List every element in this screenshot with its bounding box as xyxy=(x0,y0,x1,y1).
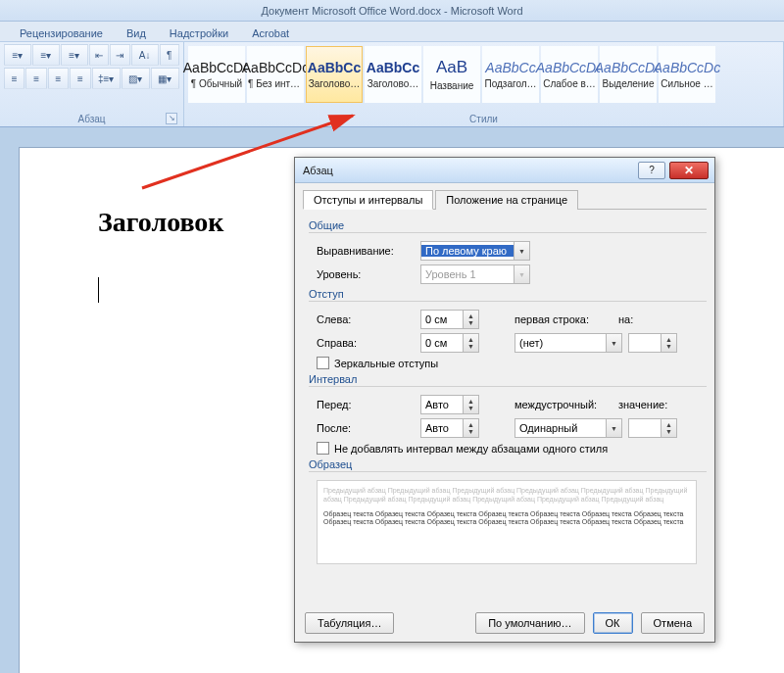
chevron-down-icon: ▼ xyxy=(514,265,529,283)
borders-button[interactable]: ▦▾ xyxy=(151,68,179,89)
style-heading1[interactable]: AaBbCc Заголово… xyxy=(306,46,363,103)
dialog-close-button[interactable]: ✕ xyxy=(669,162,709,179)
line-spacing-button[interactable]: ‡≡▾ xyxy=(92,68,121,89)
firstline-combo[interactable]: (нет) ▼ xyxy=(514,333,622,353)
style-strong[interactable]: AaBbCcDc Сильное … xyxy=(659,46,715,103)
firstline-label: первая строка: xyxy=(514,313,612,325)
multilevel-button[interactable]: ≡▾ xyxy=(61,44,88,66)
checkbox-icon xyxy=(317,442,329,455)
chevron-down-icon: ▼ xyxy=(606,419,621,437)
numbering-button[interactable]: ≡▾ xyxy=(32,44,60,66)
section-general-header: Общие xyxy=(309,219,707,233)
tab-indents[interactable]: Отступы и интервалы xyxy=(303,190,433,210)
spinner-buttons-icon: ▲▼ xyxy=(463,419,478,437)
indent-right-label: Справа: xyxy=(317,337,415,349)
dialog-button-row: Табуляция… По умолчанию… ОК Отмена xyxy=(305,612,705,634)
chevron-down-icon: ▼ xyxy=(606,334,621,352)
spacing-after-label: После: xyxy=(317,422,415,434)
ribbon-group-paragraph: ≡▾ ≡▾ ≡▾ ⇤ ⇥ A↓ ¶ ≡ ≡ ≡ ≡ ‡≡▾ ▨▾ ▦▾ Абза… xyxy=(0,42,184,126)
tabs-button[interactable]: Табуляция… xyxy=(305,612,394,634)
linespacing-combo[interactable]: Одинарный ▼ xyxy=(514,418,622,438)
firstline-by-label: на: xyxy=(618,313,658,325)
dialog-tabstrip: Отступы и интервалы Положение на страниц… xyxy=(303,189,707,210)
tab-position[interactable]: Положение на странице xyxy=(435,190,578,210)
dialog-titlebar[interactable]: Абзац ? ✕ xyxy=(295,158,714,183)
spinner-buttons-icon: ▲▼ xyxy=(463,311,478,328)
align-left-button[interactable]: ≡ xyxy=(4,68,24,89)
alignment-combo[interactable]: По левому краю ▼ xyxy=(420,241,530,261)
spinner-buttons-icon: ▲▼ xyxy=(661,334,676,352)
ribbon-group-styles: AaBbCcDc ¶ Обычный AaBbCcDc ¶ Без инте… … xyxy=(184,42,784,126)
ribbon-tab-view[interactable]: Вид xyxy=(122,25,150,41)
ok-button[interactable]: ОК xyxy=(593,612,633,634)
align-center-button[interactable]: ≡ xyxy=(25,68,46,89)
indent-decrease-button[interactable]: ⇤ xyxy=(89,44,109,66)
text-cursor xyxy=(98,277,99,303)
style-normal[interactable]: AaBbCcDc ¶ Обычный xyxy=(188,46,245,103)
spinner-buttons-icon: ▲▼ xyxy=(661,419,676,437)
style-nospacing[interactable]: AaBbCcDc ¶ Без инте… xyxy=(247,46,304,103)
ribbon: ≡▾ ≡▾ ≡▾ ⇤ ⇥ A↓ ¶ ≡ ≡ ≡ ≡ ‡≡▾ ▨▾ ▦▾ Абза… xyxy=(0,41,784,127)
section-indent-header: Отступ xyxy=(309,288,707,302)
default-button[interactable]: По умолчанию… xyxy=(475,612,584,634)
shading-button[interactable]: ▨▾ xyxy=(122,68,150,89)
section-spacing-header: Интервал xyxy=(309,373,707,387)
sort-button[interactable]: A↓ xyxy=(131,44,159,66)
indent-increase-button[interactable]: ⇥ xyxy=(110,44,129,66)
cancel-button[interactable]: Отмена xyxy=(641,612,705,634)
ribbon-group-styles-label: Стили xyxy=(469,114,498,124)
no-same-style-spacing-checkbox[interactable]: Не добавлять интервал между абзацами одн… xyxy=(317,442,608,455)
dialog-body: Отступы и интервалы Положение на страниц… xyxy=(295,183,714,576)
linespacing-label: междустрочный: xyxy=(514,399,612,410)
bullets-button[interactable]: ≡▾ xyxy=(4,44,31,66)
level-label: Уровень: xyxy=(317,268,415,280)
section-sample-header: Образец xyxy=(309,458,707,472)
style-heading2[interactable]: AaBbCc Заголово… xyxy=(365,46,421,103)
align-right-button[interactable]: ≡ xyxy=(48,68,69,89)
spacing-before-spin[interactable]: Авто ▲▼ xyxy=(420,395,479,414)
ribbon-tab-addins[interactable]: Надстройки xyxy=(166,25,232,41)
linespacing-value-label: значение: xyxy=(618,399,672,410)
align-justify-button[interactable]: ≡ xyxy=(70,68,90,89)
window-title: Документ Microsoft Office Word.docx - Mi… xyxy=(261,5,522,17)
style-subtleemph[interactable]: AaBbCcDc Слабое в… xyxy=(541,46,598,103)
paragraph-dialog: Абзац ? ✕ Отступы и интервалы Положение … xyxy=(294,157,715,643)
sample-preview: Предыдущий абзац Предыдущий абзац Предыд… xyxy=(317,480,697,564)
paragraph-dialog-launcher[interactable]: ↘ xyxy=(166,113,177,124)
style-emphasis[interactable]: AaBbCcDc Выделение xyxy=(600,46,657,103)
show-marks-button[interactable]: ¶ xyxy=(160,44,179,66)
indent-right-spin[interactable]: 0 см ▲▼ xyxy=(420,333,479,353)
linespacing-value-spin[interactable]: ▲▼ xyxy=(628,418,677,438)
dialog-title: Абзац xyxy=(301,165,634,176)
checkbox-icon xyxy=(317,357,329,369)
chevron-down-icon: ▼ xyxy=(514,242,529,260)
indent-left-label: Слева: xyxy=(317,313,415,325)
ribbon-tab-acrobat[interactable]: Acrobat xyxy=(248,25,293,41)
spinner-buttons-icon: ▲▼ xyxy=(463,334,478,352)
spacing-after-spin[interactable]: Авто ▲▼ xyxy=(420,418,479,438)
spinner-buttons-icon: ▲▼ xyxy=(463,396,478,413)
window-titlebar: Документ Microsoft Office Word.docx - Mi… xyxy=(0,0,784,22)
spacing-before-label: Перед: xyxy=(317,399,415,410)
styles-gallery[interactable]: AaBbCcDc ¶ Обычный AaBbCcDc ¶ Без инте… … xyxy=(188,44,779,112)
style-subtitle[interactable]: AaBbCc Подзагол… xyxy=(482,46,539,103)
mirror-indents-checkbox[interactable]: Зеркальные отступы xyxy=(317,357,438,369)
dialog-help-button[interactable]: ? xyxy=(638,162,665,179)
level-combo[interactable]: Уровень 1 ▼ xyxy=(420,264,530,284)
firstline-by-spin[interactable]: ▲▼ xyxy=(628,333,677,353)
ribbon-tab-review[interactable]: Рецензирование xyxy=(16,25,107,41)
indent-left-spin[interactable]: 0 см ▲▼ xyxy=(420,310,479,329)
ribbon-group-paragraph-label: Абзац xyxy=(77,114,105,124)
alignment-label: Выравнивание: xyxy=(317,245,415,257)
ribbon-tabs: Рецензирование Вид Надстройки Acrobat xyxy=(0,22,784,41)
style-title[interactable]: AaB Название xyxy=(423,46,480,103)
